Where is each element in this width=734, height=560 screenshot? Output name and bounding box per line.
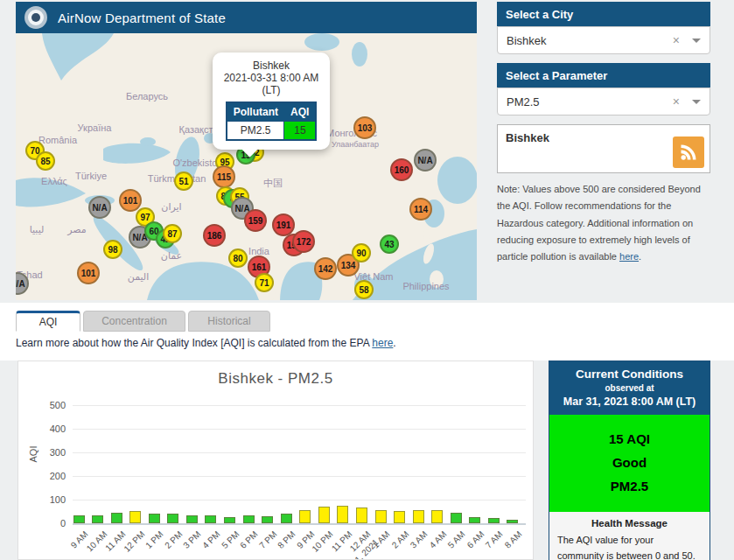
chart-bar: [413, 510, 424, 523]
parameter-dropdown-caret-icon[interactable]: [692, 100, 701, 104]
aqi-map-marker[interactable]: 114: [409, 198, 432, 220]
aqi-map-marker[interactable]: 191: [272, 214, 295, 236]
popup-table: Pollutant AQI PM2.5 15: [226, 102, 318, 141]
map-country-label: Türkiye: [75, 171, 107, 181]
chart-gridline: [73, 476, 526, 477]
popup-timezone: (LT): [218, 84, 325, 96]
aqi-note-text: Note: Values above 500 are considered Be…: [497, 181, 712, 265]
state-department-seal-icon: [24, 6, 47, 29]
aqi-map-marker[interactable]: 172: [292, 230, 315, 253]
map-country-label: مصر: [67, 224, 87, 235]
aqi-map-marker[interactable]: 160: [390, 158, 413, 181]
city-dropdown-caret-icon[interactable]: [692, 38, 701, 43]
learn-more-suffix: .: [393, 337, 395, 349]
note-body: Note: Values above 500 are considered Be…: [497, 184, 701, 262]
tab-historical[interactable]: Historical: [188, 311, 270, 332]
current-aqi-parameter: PM2.5: [549, 474, 710, 498]
chart-bar: [469, 517, 480, 523]
chart-bar: [451, 513, 462, 523]
aqi-map-marker[interactable]: 43: [380, 234, 399, 254]
chart-title: Bishkek - PM2.5: [18, 370, 533, 388]
epa-here-link[interactable]: here: [372, 337, 393, 349]
aqi-map-marker[interactable]: 80: [228, 248, 248, 268]
popup-pollutant-value: PM2.5: [227, 122, 284, 141]
aqi-map-marker[interactable]: N/A: [414, 149, 437, 172]
chart-bar: [149, 514, 160, 523]
aqi-map-marker[interactable]: 115: [213, 165, 235, 188]
aqi-map-marker[interactable]: 87: [163, 224, 182, 243]
map-country-label: ليبيا: [30, 224, 45, 235]
map-country-label: Улаанбаатар: [332, 140, 379, 149]
chart-bar: [318, 507, 330, 523]
city-select-value: Bishkek: [507, 34, 673, 47]
aqi-map-marker[interactable]: 103: [353, 116, 376, 139]
chart-bar: [224, 517, 235, 523]
select-city-header: Select a City: [497, 2, 710, 26]
city-clear-icon[interactable]: ×: [673, 33, 680, 47]
map-country-label: Philippines: [402, 281, 449, 291]
aqi-map-marker[interactable]: 85: [36, 151, 55, 171]
chart-bar: [356, 508, 367, 523]
chart-y-tick-label: 400: [36, 424, 66, 434]
aqi-chart: Bishkek - PM2.5 AQI 01002003004005009 AM…: [17, 360, 534, 560]
map-country-label: România: [38, 135, 77, 145]
health-message-title: Health Message: [557, 518, 702, 528]
map-country-label: 中国: [263, 177, 283, 190]
current-conditions-panel: Current Conditions observed at Mar 31, 2…: [549, 360, 710, 560]
chart-y-tick-label: 500: [36, 400, 66, 410]
aqi-map-marker[interactable]: 159: [244, 209, 267, 232]
parameter-select-value: PM2.5: [507, 95, 673, 108]
chart-gridline: [73, 429, 526, 430]
tab-aqi[interactable]: AQI: [16, 311, 80, 332]
aqi-map-marker[interactable]: 98: [103, 240, 122, 259]
tab-concentration[interactable]: Concentration: [83, 311, 185, 332]
chart-y-tick-label: 0: [36, 518, 66, 528]
chart-bar: [375, 510, 387, 523]
chart-y-tick-label: 300: [36, 447, 66, 458]
parameter-select[interactable]: PM2.5 ×: [497, 88, 710, 116]
chart-gridline: [73, 500, 526, 500]
observed-at-label: observed at: [553, 383, 706, 393]
note-here-link[interactable]: here: [619, 251, 639, 262]
learn-more-prefix: Learn more about how the Air Quality Ind…: [16, 337, 372, 349]
aqi-map-marker[interactable]: 51: [174, 172, 193, 191]
chart-bar: [167, 514, 178, 523]
chart-gridline: [73, 452, 526, 453]
rss-icon[interactable]: [673, 136, 704, 168]
chart-gridline: [73, 523, 526, 525]
current-aqi-block: 15 AQI Good PM2.5: [549, 415, 710, 512]
chart-bar: [129, 511, 141, 523]
health-message-block: Health Message The AQI value for your co…: [549, 512, 710, 560]
aqi-map-marker[interactable]: 142: [314, 257, 337, 280]
aqi-map-marker[interactable]: N/A: [88, 196, 111, 219]
chart-bar: [243, 515, 255, 523]
city-select[interactable]: Bishkek ×: [497, 26, 710, 54]
chart-bar: [488, 518, 500, 523]
aqi-map-marker[interactable]: 71: [255, 273, 274, 292]
chart-bar: [73, 515, 85, 523]
aqi-map-marker[interactable]: 90: [352, 243, 371, 262]
map[interactable]: БеларусьУкраїнаRomâniaҚазақстанO'zbekist…: [16, 33, 477, 300]
map-country-label: ايران: [161, 201, 181, 213]
aqi-map-marker[interactable]: 58: [354, 280, 374, 299]
parameter-clear-icon[interactable]: ×: [673, 94, 680, 108]
chart-y-tick-label: 100: [36, 494, 66, 505]
chart-bar: [431, 510, 443, 523]
note-suffix: .: [639, 251, 641, 262]
map-popup: Bishkek 2021-03-31 8:00 AM (LT) Pollutan…: [213, 52, 330, 150]
chart-bar: [507, 520, 518, 523]
aqi-map-marker[interactable]: 101: [119, 189, 142, 212]
map-country-label: Ελλάς: [41, 176, 67, 186]
current-conditions-title: Current Conditions: [553, 368, 706, 381]
chart-bar: [394, 511, 405, 523]
aqi-map-marker[interactable]: 186: [203, 224, 226, 247]
popup-col-pollutant: Pollutant: [227, 102, 284, 122]
map-country-label: عمان: [161, 250, 182, 262]
chart-bar: [111, 513, 122, 523]
map-country-label: Україна: [78, 122, 112, 133]
tab-bar: AQI Concentration Historical: [16, 311, 270, 332]
current-conditions-header: Current Conditions observed at Mar 31, 2…: [549, 361, 710, 415]
rss-feed-box: Bishkek: [497, 124, 710, 173]
aqi-map-marker[interactable]: 101: [77, 262, 100, 284]
chart-bar: [299, 510, 311, 523]
